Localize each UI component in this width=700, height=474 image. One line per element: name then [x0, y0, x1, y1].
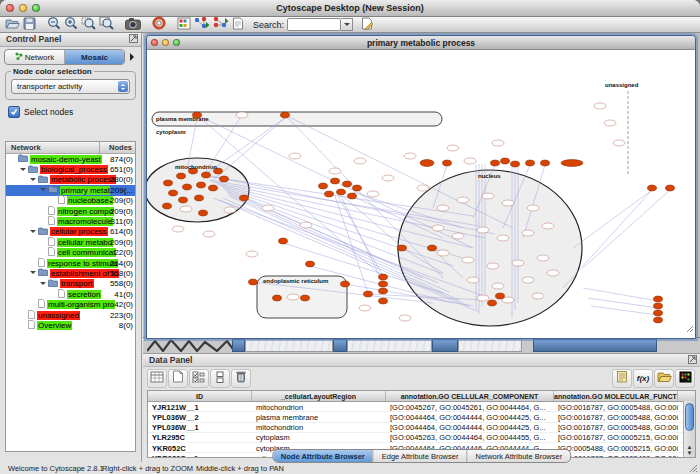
- graph-node[interactable]: [522, 277, 534, 283]
- tree-item[interactable]: nucleobase-209(0): [6, 196, 135, 206]
- column-header[interactable]: annotation.GO CELLULAR_COMPONENT: [386, 391, 554, 401]
- graph-node-selected[interactable]: [654, 310, 663, 316]
- table-row[interactable]: YLR295Ccytoplasm[GO:0045263, GO:0044464,…: [148, 433, 695, 443]
- float-data-panel-icon[interactable]: [688, 355, 697, 366]
- network-view-window[interactable]: primary metabolic process plasma membran…: [146, 35, 696, 339]
- select-attributes-button[interactable]: [147, 369, 167, 388]
- graph-node-selected[interactable]: [249, 279, 258, 285]
- graph-node[interactable]: [367, 191, 379, 197]
- graph-node-selected[interactable]: [379, 281, 388, 287]
- graph-node-selected[interactable]: [348, 193, 357, 199]
- table-row[interactable]: YJR121W__1mitochondrion[GO:0045267, GO:0…: [148, 402, 695, 412]
- expand-arrow-icon[interactable]: [40, 282, 46, 288]
- table-cell[interactable]: [GO:0005488, GO:0005215, GO:0003674]: [554, 443, 678, 452]
- table-row[interactable]: YPL036W__2plasma membrane[GO:0044464, GO…: [148, 412, 695, 422]
- tree-item[interactable]: cellular metabo209(0): [6, 237, 135, 247]
- save-session-button[interactable]: [23, 17, 36, 32]
- search-input[interactable]: [287, 18, 341, 31]
- tree-item[interactable]: macromolecule311(0): [6, 216, 135, 226]
- graph-node[interactable]: [300, 222, 312, 228]
- tree-item[interactable]: biological_process651(0): [6, 164, 135, 174]
- graph-node[interactable]: [462, 257, 474, 263]
- graph-node[interactable]: [594, 103, 606, 109]
- table-cell[interactable]: YPL036W__2: [148, 412, 252, 421]
- graph-node-selected[interactable]: [420, 160, 434, 167]
- tree-item[interactable]: primary metabo209(...: [6, 185, 135, 195]
- graph-node-selected[interactable]: [197, 182, 206, 188]
- scrollbar-thumb[interactable]: [685, 403, 694, 431]
- table-cell[interactable]: [GO:0016787, GO:0005488, GO:0005215, G..…: [554, 412, 678, 421]
- annotate-button[interactable]: [361, 17, 374, 32]
- table-vertical-scrollbar[interactable]: ▲▼: [683, 401, 695, 457]
- graph-node[interactable]: [354, 158, 366, 164]
- graph-node-selected[interactable]: [428, 245, 437, 251]
- tree-item[interactable]: unassigned223(0): [6, 310, 135, 320]
- expand-arrow-icon[interactable]: [20, 168, 26, 174]
- graph-node-selected[interactable]: [511, 161, 520, 167]
- table-cell[interactable]: YDR039C__1: [148, 453, 252, 458]
- graph-node[interactable]: [437, 205, 449, 211]
- import-network-button[interactable]: [194, 17, 210, 32]
- graph-edge[interactable]: [583, 190, 670, 268]
- graph-node[interactable]: [432, 225, 444, 231]
- graph-node[interactable]: [382, 175, 394, 181]
- zoom-out-button[interactable]: [47, 17, 61, 32]
- graph-node-selected[interactable]: [202, 172, 211, 178]
- graph-node-selected[interactable]: [183, 184, 192, 190]
- graph-node-selected[interactable]: [526, 160, 535, 166]
- table-cell[interactable]: cytoplasm: [252, 433, 386, 442]
- tree-item[interactable]: cellular process614(0): [6, 227, 135, 237]
- graph-node-selected[interactable]: [654, 296, 663, 302]
- graph-edge[interactable]: [573, 190, 652, 248]
- graph-node-selected[interactable]: [666, 185, 675, 191]
- tab-network[interactable]: Network: [5, 50, 65, 64]
- table-row[interactable]: YPL036W__1mitochondrion[GO:0044464, GO:0…: [148, 423, 695, 433]
- graph-node-selected[interactable]: [195, 195, 204, 201]
- graph-node-selected[interactable]: [379, 298, 388, 304]
- graph-node[interactable]: [532, 293, 544, 299]
- graph-node[interactable]: [203, 231, 215, 237]
- table-cell[interactable]: [GO:0016787, GO:0005215, GO:0003824, G..…: [554, 433, 678, 442]
- graph-node-selected[interactable]: [353, 185, 362, 191]
- select-nodes-checkbox[interactable]: [8, 106, 20, 118]
- graph-node-selected[interactable]: [164, 180, 173, 186]
- graph-node-selected[interactable]: [648, 185, 657, 191]
- graph-node-selected[interactable]: [341, 281, 350, 287]
- graph-node[interactable]: [522, 230, 534, 236]
- graph-node[interactable]: [236, 112, 248, 118]
- network-window-titlebar[interactable]: primary metabolic process: [147, 36, 695, 50]
- graph-node[interactable]: [467, 277, 479, 283]
- graph-node[interactable]: [527, 205, 539, 211]
- table-cell[interactable]: [GO:0044464, GO:0044444, GO:0044425, G..…: [386, 412, 554, 421]
- expand-arrow-icon[interactable]: [30, 271, 36, 277]
- graph-node-selected[interactable]: [279, 238, 288, 244]
- attribute-checklist-button[interactable]: [189, 369, 209, 388]
- graph-node-selected[interactable]: [443, 160, 452, 166]
- graph-node[interactable]: [477, 227, 489, 233]
- browser-tab[interactable]: Edge Attribute Browser: [374, 450, 468, 462]
- import-attributes-button[interactable]: [654, 369, 674, 388]
- tree-item[interactable]: cell communicat22(0): [6, 248, 135, 258]
- graph-node-selected[interactable]: [379, 274, 388, 280]
- graph-node[interactable]: [399, 315, 411, 321]
- float-panel-icon[interactable]: [129, 34, 138, 45]
- graph-node[interactable]: [502, 200, 514, 206]
- help-button[interactable]: [152, 17, 166, 32]
- graph-node[interactable]: [492, 140, 504, 146]
- graph-node[interactable]: [359, 305, 371, 311]
- delete-attribute-button[interactable]: [231, 369, 251, 388]
- scrollbar-arrows-icon[interactable]: ▲▼: [684, 444, 695, 456]
- table-cell[interactable]: [GO:0045263, GO:0044464, GO:0044455, G..…: [386, 433, 554, 442]
- tree-item[interactable]: multi-organism pro42(0): [6, 299, 135, 309]
- table-cell[interactable]: YKR052C: [148, 443, 252, 452]
- graph-node[interactable]: [262, 205, 274, 211]
- tree-item[interactable]: metabolic process280(0): [6, 175, 135, 185]
- graph-node-selected[interactable]: [561, 160, 583, 167]
- graph-node-selected[interactable]: [177, 173, 186, 179]
- graph-node-selected[interactable]: [364, 291, 373, 297]
- tree-item[interactable]: secretion41(0): [6, 289, 135, 299]
- graph-node[interactable]: [537, 255, 549, 261]
- expand-arrow-icon[interactable]: [30, 230, 36, 236]
- graph-node-selected[interactable]: [209, 185, 218, 191]
- graph-edge[interactable]: [341, 196, 383, 283]
